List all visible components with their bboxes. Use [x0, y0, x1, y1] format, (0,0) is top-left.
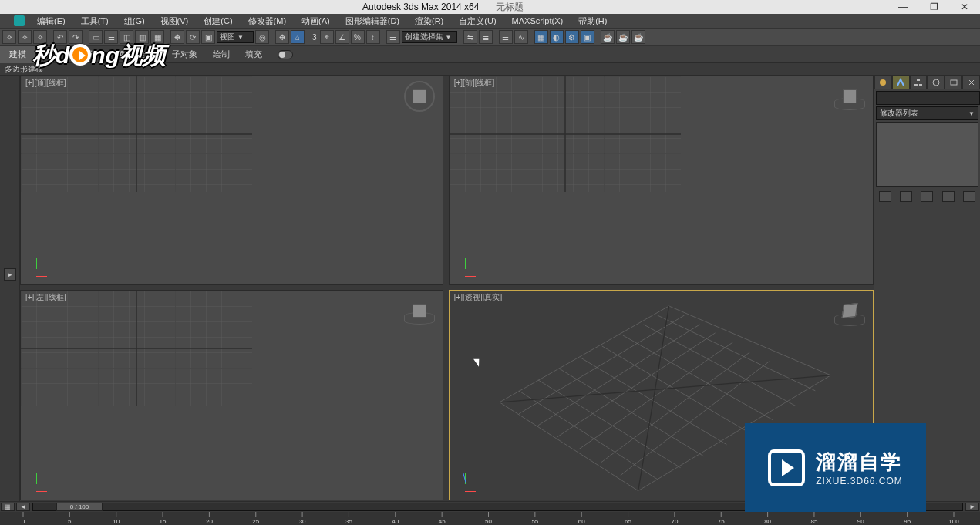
align-icon[interactable]: ≣ [479, 30, 493, 44]
time-slider-row: ▦ ◄ 0 / 100 ► [0, 502, 980, 512]
render-prod-icon[interactable]: ☕ [601, 30, 615, 44]
svg-text:55: 55 [531, 518, 538, 525]
rendered-frame-icon[interactable]: ▣ [581, 30, 594, 44]
render-active-icon[interactable]: ☕ [631, 30, 645, 44]
tab-create[interactable] [874, 76, 892, 89]
ribbon-group-select[interactable]: 选择 [36, 49, 69, 60]
spinner-snap-icon[interactable]: ↕ [366, 30, 380, 44]
viewport-left[interactable]: [+][左][线框] [20, 290, 443, 500]
viewport-perspective[interactable]: [+][透视][真实] [449, 290, 874, 500]
rotate-icon[interactable]: ⟳ [186, 30, 200, 44]
menu-animation[interactable]: 动画(A) [294, 14, 338, 28]
menu-view[interactable]: 视图(V) [153, 14, 197, 28]
tab-display[interactable] [945, 76, 962, 89]
window-crossing-icon[interactable]: ▥ [135, 30, 149, 44]
render-iter-icon[interactable]: ☕ [616, 30, 630, 44]
select-name-icon[interactable]: ☰ [104, 30, 118, 44]
viewport-front[interactable]: [+][前][线框] [449, 76, 874, 285]
ref-coord-combo[interactable]: 视图▼ [217, 31, 254, 43]
move-icon[interactable]: ✥ [170, 30, 184, 44]
ribbon-group-geom[interactable]: 几何体(全部) [101, 49, 164, 60]
modifier-stack-buttons [874, 191, 980, 202]
ribbon-tab-modeling[interactable]: 建模 [0, 46, 36, 63]
time-ruler[interactable]: 0510152025303540455055606570758085909510… [0, 512, 980, 525]
select-region-icon[interactable]: ◫ [120, 30, 133, 44]
modifier-list-combo[interactable]: 修改器列表▼ [876, 106, 978, 120]
modifier-stack[interactable] [876, 122, 978, 187]
unlink-icon[interactable]: ⟡ [18, 30, 32, 44]
main-toolbar: ⟡ ⟡ ⟡ ↶ ↷ ▭ ☰ ◫ ▥ ▦ ✥ ⟳ ▣ 视图▼ ◎ ✥ ⌂ 3 ⌖ … [0, 28, 980, 46]
schematic-view-icon[interactable]: ▦ [534, 30, 548, 44]
ribbon-group-fill[interactable]: 填充 [237, 49, 270, 60]
bind-icon[interactable]: ⟡ [33, 30, 47, 44]
undo-icon[interactable]: ↶ [53, 30, 67, 44]
menu-grapheditors[interactable]: 图形编辑器(D) [338, 14, 407, 28]
object-name-input[interactable] [876, 91, 980, 105]
timeslider-start-icon[interactable]: ▦ [1, 503, 15, 511]
ribbon-group-paint[interactable]: 绘制 [205, 49, 237, 60]
close-button[interactable]: ✕ [949, 0, 980, 14]
select-manip-icon[interactable]: ✥ [275, 30, 289, 44]
tab-modify[interactable] [892, 76, 910, 89]
use-center-icon[interactable]: ◎ [255, 30, 269, 44]
select-filter-icon[interactable]: ▦ [150, 30, 164, 44]
timeslider-prev-icon[interactable]: ◄ [16, 503, 30, 511]
viewport-top[interactable]: [+][顶][线框] [20, 76, 443, 285]
time-slider-track[interactable]: 0 / 100 [32, 503, 963, 511]
timeslider-next-icon[interactable]: ► [965, 503, 979, 511]
menu-help[interactable]: 帮助(H) [571, 14, 615, 28]
percent-snap-icon[interactable]: % [351, 30, 365, 44]
viewcube-persp[interactable] [834, 295, 865, 326]
menu-tools[interactable]: 工具(T) [73, 14, 116, 28]
viewcube-left[interactable] [404, 295, 435, 326]
bottom-bar: ▦ ◄ 0 / 100 ► 05101520253035404550556065… [0, 501, 980, 525]
ribbon-group-edit[interactable]: 编辑 [69, 49, 101, 60]
scale-icon[interactable]: ▣ [201, 30, 215, 44]
configure-sets-icon[interactable] [963, 191, 975, 202]
menu-edit[interactable]: 编辑(E) [29, 14, 73, 28]
link-icon[interactable]: ⟡ [2, 30, 16, 44]
show-end-result-icon[interactable] [900, 191, 912, 202]
expand-panel-button[interactable]: ▸ [4, 268, 16, 281]
redo-icon[interactable]: ↷ [69, 30, 83, 44]
render-setup-icon[interactable]: ⚙ [565, 30, 579, 44]
menu-render[interactable]: 渲染(R) [407, 14, 451, 28]
viewcube-front[interactable] [834, 81, 865, 112]
viewport-area: [+][顶][线框] [+][前][线框] [+][左][线框] [20, 76, 874, 501]
pin-stack-icon[interactable] [879, 191, 891, 202]
named-selset-combo[interactable]: 创建选择集▼ [402, 31, 457, 43]
material-editor-icon[interactable]: ◐ [550, 30, 564, 44]
modifier-list-label: 修改器列表 [880, 108, 918, 119]
keyboard-shortcut-icon[interactable]: ⌂ [291, 30, 305, 44]
menu-customize[interactable]: 自定义(U) [451, 14, 503, 28]
angle-snap-icon[interactable]: ∠ [335, 30, 349, 44]
snap-toggle-icon[interactable]: ⌖ [320, 30, 334, 44]
make-unique-icon[interactable] [921, 191, 933, 202]
minimize-button[interactable]: — [887, 0, 918, 14]
viewport-front-label[interactable]: [+][前][线框] [454, 78, 495, 89]
tab-hierarchy[interactable] [910, 76, 928, 89]
layer-manager-icon[interactable]: ☱ [499, 30, 513, 44]
app-icon[interactable] [14, 15, 25, 26]
select-icon[interactable]: ▭ [89, 30, 103, 44]
viewport-persp-label[interactable]: [+][透视][真实] [454, 292, 503, 303]
maximize-button[interactable]: ❐ [918, 0, 949, 14]
menu-modifiers[interactable]: 修改器(M) [241, 14, 295, 28]
ribbon-group-subobj[interactable]: 子对象 [164, 49, 205, 60]
curve-editor-icon[interactable]: ∿ [514, 30, 528, 44]
menu-maxscript[interactable]: MAXScript(X) [504, 14, 571, 28]
svg-text:0: 0 [22, 518, 25, 525]
viewport-top-label[interactable]: [+][顶][线框] [25, 78, 66, 89]
tab-motion[interactable] [927, 76, 945, 89]
remove-modifier-icon[interactable] [942, 191, 955, 202]
named-sel-icon[interactable]: ☰ [386, 30, 400, 44]
menu-create[interactable]: 创建(C) [196, 14, 240, 28]
tab-utilities[interactable] [962, 76, 980, 89]
menu-group[interactable]: 组(G) [116, 14, 153, 28]
time-slider-thumb[interactable]: 0 / 100 [56, 503, 103, 511]
svg-text:30: 30 [299, 518, 306, 525]
viewport-left-label[interactable]: [+][左][线框] [25, 292, 66, 303]
viewcube-top[interactable] [404, 81, 435, 112]
ribbon-toggle[interactable] [278, 50, 293, 59]
mirror-icon[interactable]: ⇋ [463, 30, 477, 44]
